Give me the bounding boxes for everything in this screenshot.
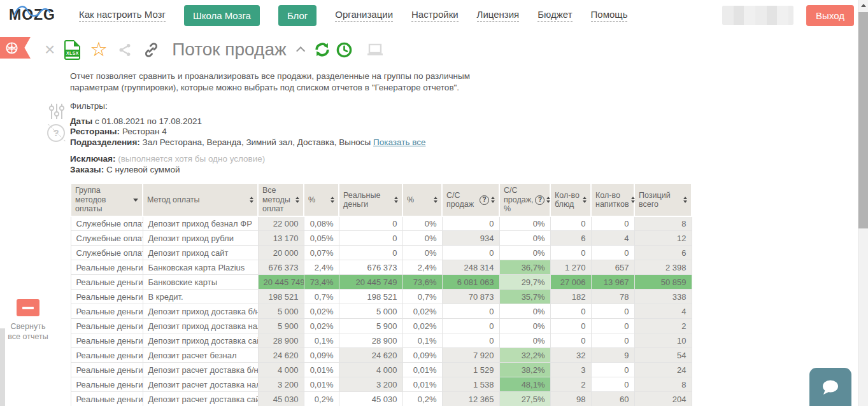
nav-item-how-to-setup[interactable]: Как настроить Мозг — [79, 9, 166, 22]
refresh-icon[interactable] — [313, 41, 331, 59]
table-cell: Депозит расчет доставка нал — [143, 377, 258, 392]
table-cell: 73,4% — [304, 275, 339, 290]
logout-button[interactable]: Выход — [806, 5, 854, 26]
table-cell: Депозит приход сайт — [143, 246, 258, 260]
filter-orders-label: Заказы: — [70, 165, 104, 174]
scrollbar-thumb[interactable] — [858, 12, 868, 228]
column-header-cost-of-sales[interactable]: С/С продаж? — [442, 183, 499, 216]
table-cell: 20 000 — [258, 246, 304, 260]
nav-item-help[interactable]: Помощь — [591, 9, 628, 22]
table-cell: 73,6% — [402, 275, 442, 290]
column-header-payment-method-group[interactable]: Группа методов оплаты — [71, 183, 143, 216]
table-cell: 6 081 063 — [442, 275, 499, 290]
column-header-percent-all[interactable]: % — [304, 183, 339, 216]
filter-caret-icon[interactable] — [133, 199, 138, 202]
table-cell: 676 373 — [339, 260, 402, 275]
column-header-percent-real[interactable]: % — [402, 183, 442, 216]
column-header-all-payment-methods[interactable]: Все методы оплат — [258, 183, 304, 216]
column-header-drink-count[interactable]: Кол-во напитков — [591, 183, 634, 216]
table-cell: 0% — [499, 304, 550, 319]
table-cell: 0,01% — [304, 377, 339, 392]
brain-icon — [4, 41, 19, 55]
filter-orders: Заказы: С нулевой суммой — [70, 165, 868, 175]
filter-orders-value: С нулевой суммой — [104, 165, 180, 174]
column-header-dish-count[interactable]: Кол-во блюд — [550, 183, 591, 216]
table-cell: Служебные оплаты — [71, 246, 143, 260]
table-cell: 4 — [591, 231, 634, 246]
sort-icon[interactable] — [491, 197, 495, 203]
nav-item-budget[interactable]: Бюджет — [537, 9, 572, 22]
share-icon[interactable] — [117, 42, 133, 58]
filters-gap — [70, 147, 868, 153]
sort-icon[interactable] — [394, 197, 398, 203]
table-cell: 0 — [339, 231, 402, 246]
table-cell: 0,02% — [402, 304, 442, 319]
sort-icon[interactable] — [434, 197, 438, 203]
filter-restaurants: Рестораны: Ресторан 4 — [70, 127, 868, 137]
table-cell: 0% — [402, 246, 442, 260]
schedule-clock-icon[interactable] — [336, 41, 353, 59]
collapse-chevron-icon[interactable] — [296, 46, 305, 55]
user-name-blurred[interactable] — [722, 6, 793, 25]
nav-item-blog[interactable]: Блог — [278, 5, 317, 26]
chat-button[interactable] — [809, 368, 851, 406]
table-cell: 198 521 — [258, 290, 304, 304]
help-question-icon[interactable]: ? — [47, 124, 65, 142]
table-row: Служебные оплатыДепозит приход безнал ФР… — [71, 216, 692, 231]
table-cell: 7 920 — [442, 348, 499, 363]
column-header-cost-of-sales-percent[interactable]: С/С продаж, %? — [499, 183, 550, 216]
table-cell: 0,02% — [304, 304, 339, 319]
collapse-all-label: Свернуть все отчеты — [5, 321, 51, 342]
table-cell: 0,01% — [402, 363, 442, 377]
sort-icon[interactable] — [295, 197, 299, 203]
xlsx-label: XLSX — [64, 50, 80, 57]
table-cell: 0% — [499, 216, 550, 231]
table-cell: 24 — [634, 363, 692, 377]
table-cell: 0% — [499, 319, 550, 333]
sort-icon[interactable] — [631, 197, 635, 203]
table-cell: 204 — [634, 392, 692, 406]
column-header-total-positions[interactable]: Позиций всего — [634, 183, 692, 216]
column-header-real-money[interactable]: Реальные деньги — [339, 183, 402, 216]
table-cell: 0 — [591, 246, 634, 260]
sort-icon[interactable] — [583, 197, 587, 203]
table-cell: 198 521 — [339, 290, 402, 304]
filter-divisions: Подразделения: Зал Ресторана, Веранда, З… — [70, 137, 868, 148]
table-cell: 12 — [634, 231, 692, 246]
report-brain-tab[interactable] — [0, 37, 31, 59]
sort-icon[interactable] — [331, 197, 334, 203]
table-cell: 27,5% — [499, 392, 550, 406]
table-cell: 5 900 — [258, 319, 304, 333]
nav-item-organizations[interactable]: Организации — [335, 9, 393, 22]
collapse-all-button[interactable] — [17, 299, 39, 316]
xlsx-export-icon[interactable]: XLSX — [64, 40, 80, 60]
table-cell: 3 200 — [339, 377, 402, 392]
mozg-logo[interactable]: MOZG — [8, 3, 62, 28]
scroll-up-icon[interactable] — [861, 4, 866, 7]
column-help-icon[interactable]: ? — [480, 195, 489, 205]
table-cell: 5 000 — [339, 304, 402, 319]
close-report-icon[interactable]: × — [45, 41, 55, 59]
table-cell: 3 — [550, 363, 591, 377]
table-cell: 45 030 — [339, 392, 402, 406]
column-header-payment-method[interactable]: Метод оплаты — [143, 183, 258, 216]
sort-icon[interactable] — [546, 197, 550, 203]
column-help-icon[interactable]: ? — [535, 195, 544, 205]
monitor-icon[interactable] — [366, 41, 384, 58]
table-head-row: Группа методов оплатыМетод оплатыВсе мет… — [71, 183, 692, 216]
table-cell: 1 270 — [550, 260, 591, 275]
sort-icon[interactable] — [250, 197, 253, 203]
filters-heading: Фильтры: — [70, 101, 868, 111]
table-cell: Депозит расчет безнал — [143, 348, 258, 363]
sort-icon[interactable] — [683, 197, 687, 203]
show-all-link[interactable]: Показать все — [373, 137, 425, 147]
vertical-scrollbar[interactable] — [858, 0, 868, 406]
nav-item-settings[interactable]: Настройки — [411, 9, 459, 22]
table-cell: 0,05% — [304, 231, 339, 246]
table-cell: 934 — [442, 231, 499, 246]
table-cell: 0% — [499, 231, 550, 246]
nav-item-license[interactable]: Лицензия — [477, 9, 520, 22]
copy-link-icon[interactable] — [143, 41, 160, 59]
nav-item-school[interactable]: Школа Мозга — [184, 5, 260, 26]
favorite-star-icon[interactable]: ☆ — [90, 40, 108, 59]
